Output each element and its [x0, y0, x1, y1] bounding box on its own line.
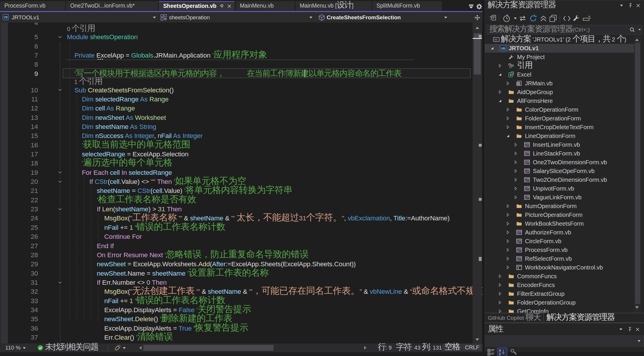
svg-text:A: A	[499, 349, 501, 352]
svg-text:Z: Z	[499, 352, 501, 356]
svg-text:VB: VB	[501, 47, 505, 50]
svg-text:VB: VB	[4, 16, 8, 19]
